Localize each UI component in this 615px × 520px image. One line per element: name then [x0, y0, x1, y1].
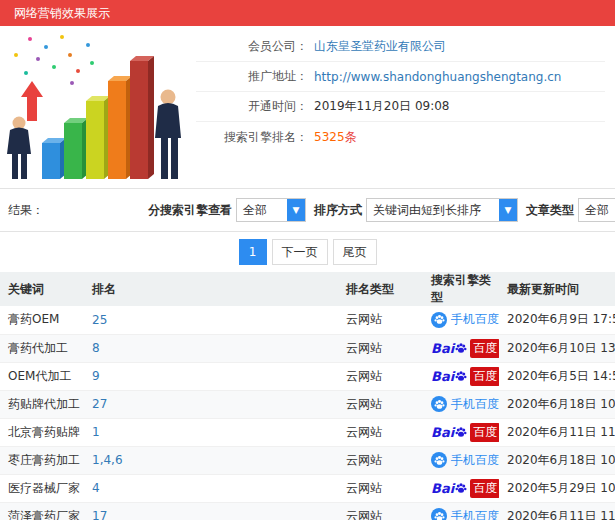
mobile-baidu-icon: [431, 396, 447, 412]
engine-cell: 手机百度: [423, 390, 499, 418]
engine-cell: Bai百度: [423, 474, 499, 502]
baidu-logo-latin: Bai: [431, 425, 454, 440]
rank-type-cell: 云网站: [338, 390, 423, 418]
table-row: 菏泽膏药厂家 17 云网站 手机百度 2020年6月11日 11:17: [0, 502, 615, 520]
column-header-rank-type: 排名类型: [338, 272, 423, 306]
rank-type-cell: 云网站: [338, 502, 423, 520]
table-row: 医疗器械厂家 4 云网站 Bai百度 2020年5月29日 10:32: [0, 474, 615, 502]
last-page-button[interactable]: 尾页: [333, 239, 377, 265]
bar-chart-illustration: [2, 29, 194, 185]
table-body: 膏药OEM 25 云网站 手机百度 2020年6月9日 17:50 膏药代加工 …: [0, 306, 615, 520]
column-header-updated: 最新更新时间: [499, 272, 615, 306]
baidu-paw-icon: [434, 511, 445, 520]
rank-cell: 8: [84, 334, 338, 362]
table-row: 枣庄膏药加工 1,4,6 云网站 手机百度 2020年6月18日 10:19: [0, 446, 615, 474]
baidu-paw-icon: [434, 455, 445, 466]
person-left-icon: [7, 117, 31, 180]
engine-filter-value: 全部: [237, 202, 273, 219]
mobile-baidu-label: 手机百度: [451, 311, 499, 328]
baidu-logo-cn: 百度: [470, 367, 499, 386]
baidu-logo: Bai百度: [431, 339, 499, 358]
engine-filter-select[interactable]: 全部 ▼: [236, 198, 306, 222]
mobile-baidu-logo: 手机百度: [431, 311, 499, 328]
pagination: 1 下一页 尾页: [0, 232, 615, 272]
engine-cell: Bai百度: [423, 362, 499, 390]
rank-type-cell: 云网站: [338, 418, 423, 446]
baidu-logo: Bai百度: [431, 479, 499, 498]
result-label: 结果：: [8, 202, 44, 219]
rank-cell: 4: [84, 474, 338, 502]
rank-link[interactable]: 1,4,6: [92, 453, 123, 467]
mobile-baidu-logo: 手机百度: [431, 396, 499, 413]
rank-count-label: 搜索引擎排名：: [196, 129, 308, 146]
baidu-paw-icon: [455, 482, 467, 494]
rank-count-unit: 条: [345, 129, 357, 146]
updated-time-cell: 2020年6月18日 10:19: [499, 446, 615, 474]
updated-time-cell: 2020年5月29日 10:32: [499, 474, 615, 502]
mobile-baidu-icon: [431, 312, 447, 328]
article-type-select[interactable]: 全部 ▼: [578, 198, 615, 222]
keyword-cell: 膏药代加工: [0, 334, 84, 362]
promo-url-link[interactable]: http://www.shandonghuangshengtang.cn: [314, 70, 561, 84]
updated-time-cell: 2020年6月11日 11:18: [499, 418, 615, 446]
rank-link[interactable]: 1: [92, 425, 100, 439]
mobile-baidu-icon: [431, 452, 447, 468]
hero-section: 会员公司： 山东皇圣堂药业有限公司 推广地址： http://www.shand…: [0, 26, 615, 189]
mobile-baidu-label: 手机百度: [451, 452, 499, 469]
rank-link[interactable]: 27: [92, 397, 107, 411]
open-time-value: 2019年11月20日 09:08: [314, 98, 449, 115]
keyword-cell: 医疗器械厂家: [0, 474, 84, 502]
baidu-logo: Bai百度: [431, 423, 499, 442]
rank-type-cell: 云网站: [338, 334, 423, 362]
rank-link[interactable]: 9: [92, 369, 100, 383]
rank-type-cell: 云网站: [338, 362, 423, 390]
company-info: 会员公司： 山东皇圣堂药业有限公司 推广地址： http://www.shand…: [196, 26, 615, 188]
chevron-down-icon: ▼: [499, 199, 517, 221]
confetti-dots: [14, 35, 94, 85]
column-header-keyword: 关键词: [0, 272, 84, 306]
bars: [42, 56, 154, 179]
rank-link[interactable]: 25: [92, 313, 107, 327]
mobile-baidu-logo: 手机百度: [431, 452, 499, 469]
keyword-cell: OEM代加工: [0, 362, 84, 390]
next-page-button[interactable]: 下一页: [272, 239, 328, 265]
engine-filter-label: 分搜索引擎查看: [148, 202, 232, 219]
keyword-cell: 药贴牌代加工: [0, 390, 84, 418]
baidu-logo: Bai百度: [431, 367, 499, 386]
mobile-baidu-label: 手机百度: [451, 396, 499, 413]
baidu-paw-icon: [455, 370, 467, 382]
results-table: 关键词 排名 排名类型 搜索引擎类型 最新更新时间 膏药OEM 25 云网站 手…: [0, 272, 615, 520]
keyword-cell: 北京膏药贴牌: [0, 418, 84, 446]
updated-time-cell: 2020年6月9日 17:50: [499, 306, 615, 334]
rank-link[interactable]: 17: [92, 509, 107, 520]
rank-link[interactable]: 4: [92, 481, 100, 495]
promo-url-label: 推广地址：: [196, 68, 308, 85]
rank-type-cell: 云网站: [338, 306, 423, 334]
app-header: 网络营销效果展示: [0, 0, 615, 26]
rank-link[interactable]: 8: [92, 341, 100, 355]
baidu-logo-latin: Bai: [431, 369, 454, 384]
table-row: 北京膏药贴牌 1 云网站 Bai百度 2020年6月11日 11:18: [0, 418, 615, 446]
mobile-baidu-logo: 手机百度: [431, 508, 499, 520]
rank-cell: 27: [84, 390, 338, 418]
column-header-engine-type: 搜索引擎类型: [423, 272, 499, 306]
engine-cell: Bai百度: [423, 418, 499, 446]
sort-select[interactable]: 关键词由短到长排序 ▼: [366, 198, 518, 222]
baidu-paw-icon: [434, 314, 445, 325]
keyword-cell: 枣庄膏药加工: [0, 446, 84, 474]
engine-cell: 手机百度: [423, 446, 499, 474]
info-row-company: 会员公司： 山东皇圣堂药业有限公司: [196, 32, 605, 62]
updated-time-cell: 2020年6月5日 14:57: [499, 362, 615, 390]
engine-cell: 手机百度: [423, 306, 499, 334]
baidu-logo-latin: Bai: [431, 341, 454, 356]
person-right-icon: [155, 90, 181, 180]
company-label: 会员公司：: [196, 38, 308, 55]
page-number-current[interactable]: 1: [239, 239, 267, 265]
company-name-link[interactable]: 山东皇圣堂药业有限公司: [314, 38, 446, 55]
baidu-paw-icon: [434, 399, 445, 410]
info-row-url: 推广地址： http://www.shandonghuangshengtang.…: [196, 62, 605, 92]
article-type-label: 文章类型: [526, 202, 574, 219]
info-row-rank-count: 搜索引擎排名： 5325 条: [196, 122, 605, 152]
rank-type-cell: 云网站: [338, 474, 423, 502]
baidu-logo-cn: 百度: [470, 479, 499, 498]
